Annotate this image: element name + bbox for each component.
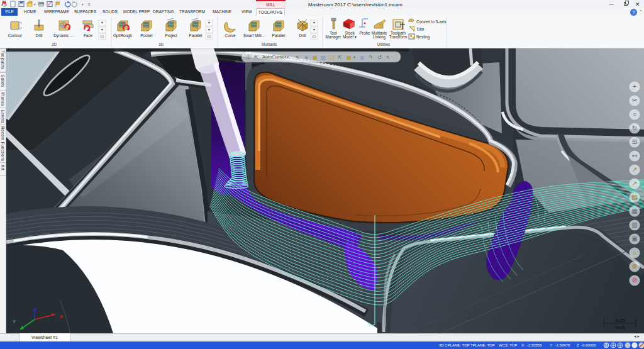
- svg-text:▣: ▣: [631, 235, 637, 242]
- svg-text:▦: ▦: [631, 208, 637, 214]
- svg-text:↗: ↗: [632, 166, 637, 173]
- svg-text:▣: ▣: [360, 55, 365, 60]
- svg-text:☼: ☼: [631, 249, 637, 256]
- svg-text:AutoCursor: AutoCursor: [262, 54, 286, 60]
- svg-text:⇖: ⇖: [296, 55, 300, 60]
- svg-text:↖: ↖: [386, 55, 391, 60]
- svg-text:▥: ▥: [631, 221, 637, 228]
- svg-text:⚿: ⚿: [247, 55, 250, 60]
- svg-text:▤: ▤: [631, 194, 637, 201]
- svg-text:⊞: ⊞: [632, 138, 637, 145]
- svg-text:↺: ↺: [377, 55, 382, 60]
- svg-text:❏: ❏: [330, 55, 334, 60]
- svg-text:⇱: ⇱: [254, 55, 258, 60]
- svg-text:▦: ▦: [347, 55, 352, 60]
- svg-text:↤: ↤: [632, 152, 637, 159]
- svg-text:⊘: ⊘: [632, 277, 637, 284]
- svg-text:▾: ▾: [287, 55, 289, 59]
- svg-text:⇱: ⇱: [338, 55, 342, 60]
- svg-text:↻: ↻: [632, 125, 637, 131]
- svg-text:+: +: [633, 83, 636, 90]
- svg-text:0.25: 0.25: [615, 318, 625, 323]
- svg-text:▦: ▦: [313, 55, 318, 60]
- svg-text:Inch: Inch: [615, 324, 626, 330]
- svg-text:▾: ▾: [353, 55, 355, 59]
- svg-text:◈: ◈: [304, 55, 309, 60]
- svg-text:Y: Y: [13, 319, 16, 324]
- svg-text:X: X: [60, 314, 64, 319]
- svg-text:▨: ▨: [321, 55, 326, 60]
- svg-text:⚙: ⚙: [632, 263, 638, 270]
- svg-text:○: ○: [633, 111, 636, 118]
- svg-text:↷: ↷: [369, 55, 373, 60]
- svg-text:↗: ↗: [632, 180, 637, 187]
- svg-text:✂: ✂: [632, 97, 637, 104]
